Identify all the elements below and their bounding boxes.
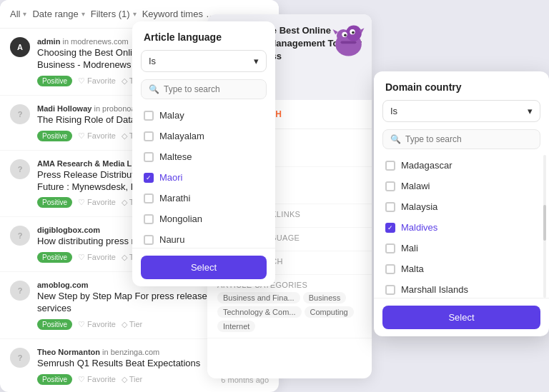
scrollbar-track (543, 155, 546, 298)
checkbox[interactable] (385, 223, 395, 233)
all-filter[interactable]: All ▾ (10, 9, 26, 19)
list-item[interactable]: Marshall Islands (374, 279, 549, 298)
list-item[interactable]: Malay (132, 105, 275, 126)
item-label: Maltese (159, 151, 192, 162)
checkbox[interactable] (144, 214, 154, 224)
search-icon: 🔍 (149, 84, 159, 94)
scrollbar-thumb[interactable] (543, 205, 546, 241)
country-list: Madagascar Malawi Malaysia Maldives Mali… (374, 155, 549, 298)
keyword-times-label: Keyword times (142, 9, 203, 19)
item-label: Malaysia (401, 201, 437, 212)
checkbox[interactable] (144, 235, 154, 245)
select-button[interactable]: Select (141, 256, 267, 279)
filter-value: Is (390, 106, 397, 116)
avatar: ? (10, 348, 30, 368)
favorite-action[interactable]: ♡ Favorite (78, 320, 116, 329)
search-input[interactable] (405, 134, 533, 144)
checkbox[interactable] (144, 111, 154, 121)
list-item[interactable]: Maori (132, 167, 275, 188)
list-item[interactable]: Maldives (374, 217, 549, 238)
svg-point-6 (352, 31, 355, 34)
search-field[interactable]: 🔍 (141, 79, 267, 99)
article-language-modal: Article language Is ▾ 🔍 Malay Malayalam … (132, 21, 275, 286)
filters-chevron-icon: ▾ (133, 10, 137, 18)
svg-rect-7 (341, 41, 357, 44)
avatar: ? (10, 104, 30, 124)
avatar: ? (10, 159, 30, 179)
favorite-action[interactable]: ♡ Favorite (78, 375, 116, 384)
checkbox[interactable] (385, 243, 395, 253)
list-item[interactable]: Malta (374, 258, 549, 279)
list-item[interactable]: Malawi (374, 176, 549, 196)
all-chevron-icon: ▾ (23, 10, 26, 18)
item-label: Mongolian (159, 213, 202, 224)
list-item[interactable]: Madagascar (374, 155, 549, 176)
all-label: All (10, 9, 20, 19)
modal-footer: Select (132, 248, 275, 286)
list-item[interactable]: Marathi (132, 188, 275, 208)
avatar: ? (10, 281, 30, 301)
date-range-filter[interactable]: Date range ▾ (32, 9, 84, 19)
checkbox[interactable] (385, 264, 395, 274)
list-item[interactable]: Nauru (132, 229, 275, 248)
list-item[interactable]: Malayalam (132, 126, 275, 146)
list-item[interactable]: Mali (374, 238, 549, 258)
item-label: Nauru (159, 234, 184, 245)
tag: Business (303, 292, 347, 303)
favorite-action[interactable]: ♡ Favorite (78, 198, 116, 207)
select-button[interactable]: Select (382, 306, 540, 329)
tag: Technology & Com... (217, 306, 302, 318)
status-badge: Positive (37, 319, 72, 330)
favorite-action[interactable]: ♡ Favorite (78, 131, 116, 141)
checkbox[interactable] (144, 131, 154, 141)
item-label: Malay (159, 110, 184, 121)
search-field[interactable]: 🔍 (382, 129, 540, 149)
tag: Business and Fina... (217, 292, 300, 303)
favorite-action[interactable]: ♡ Favorite (78, 253, 116, 262)
item-label: Maldives (401, 222, 437, 233)
checkbox[interactable] (144, 173, 154, 183)
item-label: Mali (401, 243, 418, 253)
hero-illustration (329, 21, 365, 57)
chevron-down-icon: ▾ (528, 106, 533, 116)
search-icon: 🔍 (390, 134, 401, 144)
checkbox[interactable] (385, 181, 395, 191)
modal-footer: Select (374, 298, 549, 336)
list-item[interactable]: Mongolian (132, 208, 275, 229)
modal-title: Article language (132, 21, 275, 50)
tag: Internet (217, 321, 255, 332)
domain-country-modal: Domain country Is ▾ 🔍 Madagascar Malawi … (374, 71, 549, 336)
checkbox[interactable] (385, 202, 395, 212)
filter-select[interactable]: Is ▾ (141, 50, 267, 72)
avatar: ? (10, 226, 30, 246)
date-range-chevron-icon: ▾ (81, 10, 85, 18)
list-item[interactable]: Malaysia (374, 196, 549, 217)
item-label: Marathi (159, 193, 190, 203)
filter-value: Is (149, 56, 156, 66)
tier-action[interactable]: ◇ Tier (122, 320, 142, 329)
keyword-times[interactable]: Keyword times … (142, 9, 215, 19)
item-label: Maori (159, 172, 183, 183)
search-input[interactable] (164, 84, 259, 94)
chevron-down-icon: ▾ (254, 56, 259, 66)
checkbox[interactable] (385, 161, 395, 171)
tier-action[interactable]: ◇ Tier (122, 375, 142, 384)
modal-title: Domain country (374, 71, 549, 100)
favorite-action[interactable]: ♡ Favorite (78, 76, 116, 86)
list-item[interactable]: Maltese (132, 146, 275, 167)
status-badge: Positive (37, 76, 72, 86)
filter-select[interactable]: Is ▾ (382, 100, 540, 122)
svg-point-5 (344, 34, 347, 36)
item-label: Madagascar (401, 160, 452, 171)
status-badge: Positive (37, 374, 72, 385)
avatar: A (10, 37, 30, 57)
item-label: Malayalam (159, 131, 204, 141)
checkbox[interactable] (385, 285, 395, 295)
filters-filter[interactable]: Filters (1) ▾ (91, 9, 137, 19)
item-label: Marshall Islands (401, 284, 468, 295)
status-badge: Positive (37, 197, 72, 208)
tag: Computing (305, 306, 354, 318)
checkbox[interactable] (144, 194, 154, 203)
checkbox[interactable] (144, 152, 154, 162)
monster-icon (329, 21, 368, 61)
